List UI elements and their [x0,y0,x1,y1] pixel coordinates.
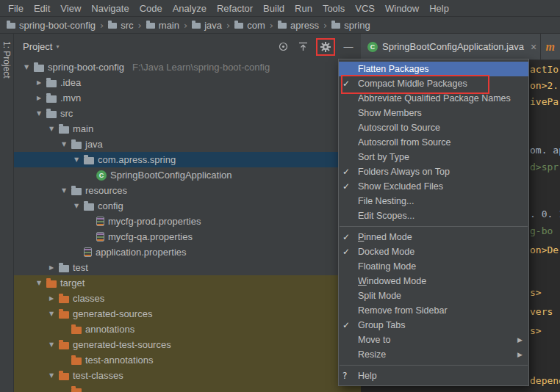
folder-icon [331,23,340,29]
breadcrumb-spring[interactable]: spring [331,20,370,31]
menu-item-folders-always-on-top[interactable]: ✓Folders Always on Top [339,164,528,179]
menu-item-autoscroll-to-source[interactable]: Autoscroll to Source [339,120,528,135]
menu-item-flatten-packages[interactable]: Flatten Packages [339,62,528,76]
tree-row-test-annotations[interactable]: test-annotations [14,352,361,368]
tree-row-com-apress-spring[interactable]: ▼com.apress.spring [14,152,361,167]
tree-expanded-arrow-icon[interactable]: ▼ [48,372,55,379]
menu-item-autoscroll-from-source[interactable]: Autoscroll from Source [339,135,528,150]
tree-expanded-arrow-icon[interactable]: ▼ [23,64,30,70]
menu-refactor[interactable]: Refactor [212,1,258,15]
tree-row-java[interactable]: ▼java [14,137,361,152]
hide-panel-icon[interactable]: — [342,40,355,54]
menu-help[interactable]: Help [424,1,454,15]
tree-expanded-arrow-icon[interactable]: ▼ [48,311,55,317]
menu-view[interactable]: View [55,1,86,15]
breadcrumb-main[interactable]: main [146,20,180,31]
menu-item-resize[interactable]: Resize▶ [339,347,528,362]
tree-row-mycfg-prod-properties[interactable]: mycfg-prod.properties [14,214,361,229]
menu-item-label: Show Excluded Files [358,181,523,192]
menu-analyze[interactable]: Analyze [168,1,212,15]
tree-row-classes[interactable]: ▶classes [14,291,361,306]
menu-item-compact-middle-packages[interactable]: ✓Compact Middle Packages [339,76,528,91]
tree-row-generated-test-sources[interactable]: ▼generated-test-sources [14,337,361,352]
project-stripe-button[interactable]: 1: Project [1,41,12,79]
menu-item-floating-mode[interactable]: Floating Mode [339,259,528,274]
breadcrumb-label: java [204,20,222,31]
folder-icon [59,126,69,134]
tree-row-item[interactable] [14,383,361,392]
tree-row-idea[interactable]: ▶.idea [14,75,361,90]
menu-item-edit-scopes[interactable]: Edit Scopes... [339,208,528,223]
menu-edit[interactable]: Edit [29,1,55,15]
tree-row-spring-boot-config[interactable]: ▼spring-boot-configF:\Java Learn\spring-… [14,59,361,75]
locate-icon[interactable] [276,40,290,54]
menu-window[interactable]: Window [380,1,424,15]
tree-expanded-arrow-icon[interactable]: ▼ [35,110,43,117]
menu-tools[interactable]: Tools [317,1,350,15]
breadcrumb-spring-boot-config[interactable]: spring-boot-config [6,20,96,31]
breadcrumb-java[interactable]: java [191,20,223,31]
tree-row-annotations[interactable]: annotations [14,322,361,337]
tree-expanded-arrow-icon[interactable]: ▼ [73,156,80,163]
menu-item-split-mode[interactable]: Split Mode [339,288,528,303]
tree-row-src[interactable]: ▼src [14,106,361,121]
tree-expanded-arrow-icon[interactable]: ▼ [60,141,68,148]
tree-item-label: annotations [85,324,134,335]
menu-item-show-excluded-files[interactable]: ✓Show Excluded Files [339,179,528,194]
tree-expanded-arrow-icon[interactable]: ▼ [35,280,43,286]
tree-row-config[interactable]: ▼config [14,198,361,214]
tree-row-springbootconfigapplication[interactable]: CSpringBootConfigApplication [14,167,361,183]
tab-springbootconfigapplication-java[interactable]: C SpringBootConfigApplication.java × [361,34,544,59]
settings-gear-icon[interactable] [319,40,332,54]
menu-item-group-tabs[interactable]: ✓Group Tabs [339,318,528,333]
breadcrumb: spring-boot-config›src›main›java›com›apr… [0,17,560,34]
collapse-all-icon[interactable] [296,40,309,54]
menu-run[interactable]: Run [290,1,317,15]
tree-row-test-classes[interactable]: ▼test-classes [14,368,361,383]
tree-expanded-arrow-icon[interactable]: ▼ [48,341,55,348]
tree-item-label: spring-boot-config [48,62,124,73]
breadcrumb-com[interactable]: com [234,20,266,31]
menu-item-help[interactable]: ?Help [339,369,528,383]
tree-row-mycfg-qa-properties[interactable]: mycfg-qa.properties [14,229,361,244]
project-panel-title: Project [23,41,52,52]
tree-row-generated-sources[interactable]: ▼generated-sources [14,306,361,322]
menu-item-abbreviate-qualified-package-names[interactable]: Abbreviate Qualified Package Names [339,91,528,106]
tree-row-test[interactable]: ▶test [14,260,361,275]
chevron-down-icon: ▾ [56,43,59,50]
tree-collapsed-arrow-icon[interactable]: ▶ [48,295,55,302]
tree-row-resources[interactable]: ▼resources [14,183,361,198]
project-options-popup: Flatten Packages✓Compact Middle Packages… [338,59,529,386]
tree-expanded-arrow-icon[interactable]: ▼ [48,126,55,132]
tree-collapsed-arrow-icon[interactable]: ▶ [35,95,43,101]
breadcrumb-src[interactable]: src [107,20,134,31]
close-icon[interactable]: × [531,41,536,53]
project-view-selector[interactable]: Project ▾ [23,41,59,52]
tree-expanded-arrow-icon[interactable]: ▼ [73,203,80,209]
tab-pom-xml-partial[interactable]: m [540,34,560,59]
menu-code[interactable]: Code [134,1,168,15]
tree-row-main[interactable]: ▼main [14,121,361,137]
menu-item-windowed-mode[interactable]: Windowed Mode [339,274,528,288]
breadcrumb-apress[interactable]: apress [277,20,320,31]
tree-row-target[interactable]: ▼target [14,275,361,291]
menu-build[interactable]: Build [258,1,290,15]
tree-expanded-arrow-icon[interactable]: ▼ [60,187,68,194]
menu-navigate[interactable]: Navigate [86,1,134,15]
tree-collapsed-arrow-icon[interactable]: ▶ [35,79,43,86]
tree-item-label: test [73,262,88,273]
menu-item-file-nesting[interactable]: File Nesting... [339,194,528,208]
menu-item-show-members[interactable]: Show Members [339,106,528,120]
menu-file[interactable]: File [3,1,29,15]
menu-item-docked-mode[interactable]: ✓Docked Mode [339,244,528,259]
menu-vcs[interactable]: VCS [350,1,380,15]
menu-item-remove-from-sidebar[interactable]: Remove from Sidebar [339,303,528,318]
menu-item-pinned-mode[interactable]: ✓Pinned Mode [339,230,528,244]
checkmark-icon: ✓ [342,181,358,192]
menu-item-move-to[interactable]: Move to▶ [339,333,528,347]
tree-item-label: test-annotations [85,355,154,366]
menu-item-sort-by-type[interactable]: Sort by Type [339,150,528,164]
tree-collapsed-arrow-icon[interactable]: ▶ [48,264,55,271]
tree-row-application-properties[interactable]: application.properties [14,244,361,260]
tree-row-mvn[interactable]: ▶.mvn [14,90,361,106]
